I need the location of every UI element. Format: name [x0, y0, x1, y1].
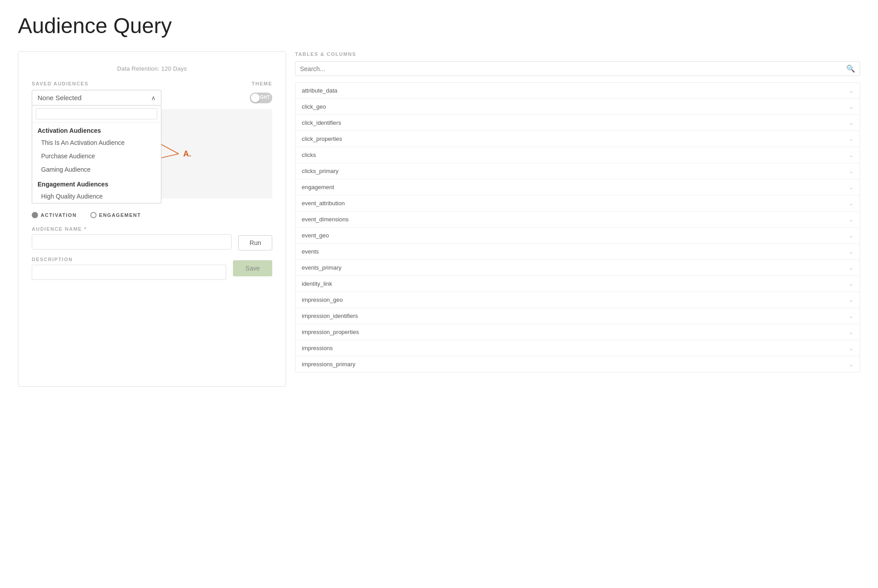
search-box: 🔍 — [295, 61, 860, 76]
expand-chevron-icon: ⌄ — [849, 184, 853, 190]
radio-activation-dot — [32, 212, 38, 218]
dropdown-item-1[interactable]: This Is An Activation Audience — [32, 136, 161, 149]
table-name: event_dimensions — [302, 216, 349, 223]
expand-chevron-icon: ⌄ — [849, 233, 853, 239]
search-icon: 🔍 — [846, 64, 855, 73]
table-list-item[interactable]: click_identifiers⌄ — [295, 115, 860, 131]
table-name: clicks_primary — [302, 168, 338, 174]
table-list-item[interactable]: impressions_primary⌄ — [295, 356, 860, 372]
table-list-item[interactable]: clicks_primary⌄ — [295, 163, 860, 179]
group-label-engagement: Engagement Audiences — [32, 176, 161, 190]
radio-engagement-dot — [90, 212, 97, 218]
expand-chevron-icon: ⌄ — [849, 120, 853, 126]
audience-name-label: AUDIENCE NAME * — [32, 226, 232, 232]
table-list: attribute_data⌄click_geo⌄click_identifie… — [295, 82, 860, 372]
expand-chevron-icon: ⌄ — [849, 216, 853, 223]
table-name: events_primary — [302, 264, 342, 271]
expand-chevron-icon: ⌄ — [849, 249, 853, 255]
radio-engagement[interactable]: ENGAGEMENT — [90, 212, 141, 218]
table-list-item[interactable]: identity_link⌄ — [295, 276, 860, 292]
table-name: impression_geo — [302, 296, 343, 303]
toggle-label-text: LIGHT — [256, 95, 270, 100]
table-list-item[interactable]: attribute_data⌄ — [295, 83, 860, 99]
expand-chevron-icon: ⌄ — [849, 297, 853, 303]
audience-name-input[interactable] — [32, 234, 232, 250]
table-list-item[interactable]: impression_identifiers⌄ — [295, 308, 860, 324]
data-retention-label: Data Retention: 120 Days — [32, 65, 272, 72]
expand-chevron-icon: ⌄ — [849, 168, 853, 174]
table-name: attribute_data — [302, 87, 338, 94]
tables-search-input[interactable] — [300, 65, 846, 72]
page-title: Audience Query — [18, 13, 860, 38]
description-col: DESCRIPTION — [32, 257, 226, 287]
save-button[interactable]: Save — [233, 260, 272, 276]
svg-text:A.: A. — [183, 149, 191, 158]
expand-chevron-icon: ⌄ — [849, 361, 853, 368]
expand-chevron-icon: ⌄ — [849, 345, 853, 351]
table-name: event_geo — [302, 232, 329, 239]
table-name: impressions — [302, 345, 333, 351]
table-list-item[interactable]: impression_properties⌄ — [295, 324, 860, 340]
description-label: DESCRIPTION — [32, 257, 226, 262]
expand-chevron-icon: ⌄ — [849, 200, 853, 207]
expand-chevron-icon: ⌄ — [849, 313, 853, 319]
expand-chevron-icon: ⌄ — [849, 136, 853, 142]
run-button[interactable]: Run — [238, 235, 272, 250]
dropdown-item-3[interactable]: Gaming Audience — [32, 163, 161, 176]
table-name: clicks — [302, 152, 316, 158]
table-list-item[interactable]: event_attribution⌄ — [295, 195, 860, 212]
expand-chevron-icon: ⌄ — [849, 104, 853, 110]
radio-engagement-label: ENGAGEMENT — [99, 212, 141, 218]
table-name: impressions_primary — [302, 361, 355, 368]
dropdown-menu: Activation Audiences This Is An Activati… — [32, 106, 161, 203]
audience-name-section: AUDIENCE NAME * — [32, 226, 232, 250]
type-row: ACTIVATION ENGAGEMENT — [32, 212, 272, 218]
table-name: click_identifiers — [302, 119, 341, 126]
dropdown-item-4[interactable]: High Quality Audience — [32, 190, 161, 203]
tables-columns-label: TABLES & COLUMNS — [295, 51, 860, 57]
dropdown-item-2[interactable]: Purchase Audience — [32, 149, 161, 163]
table-list-item[interactable]: event_dimensions⌄ — [295, 212, 860, 228]
table-list-item[interactable]: event_geo⌄ — [295, 228, 860, 244]
table-name: engagement — [302, 184, 334, 190]
audience-name-row: AUDIENCE NAME * Run — [32, 226, 272, 257]
expand-chevron-icon: ⌄ — [849, 265, 853, 271]
dropdown-search-input[interactable] — [36, 108, 157, 119]
table-list-item[interactable]: impressions⌄ — [295, 340, 860, 356]
expand-chevron-icon: ⌄ — [849, 281, 853, 287]
expand-chevron-icon: ⌄ — [849, 329, 853, 335]
expand-chevron-icon: ⌄ — [849, 152, 853, 158]
table-list-item[interactable]: events⌄ — [295, 244, 860, 260]
dropdown-value-text: None Selected — [38, 94, 81, 102]
right-panel: TABLES & COLUMNS 🔍 attribute_data⌄click_… — [295, 51, 860, 372]
table-name: click_properties — [302, 135, 342, 142]
table-list-item[interactable]: engagement⌄ — [295, 179, 860, 195]
description-input[interactable] — [32, 265, 226, 280]
expand-chevron-icon: ⌄ — [849, 88, 853, 94]
table-list-item[interactable]: click_geo⌄ — [295, 99, 860, 115]
table-name: click_geo — [302, 103, 326, 110]
table-name: impression_identifiers — [302, 313, 358, 319]
saved-audiences-label: SAVED AUDIENCES — [32, 81, 161, 86]
saved-audiences-dropdown[interactable]: None Selected ∧ Activation Audiences Thi… — [32, 90, 161, 106]
description-section: DESCRIPTION — [32, 257, 226, 280]
radio-activation[interactable]: ACTIVATION — [32, 212, 77, 218]
table-name: events — [302, 248, 319, 255]
table-name: impression_properties — [302, 329, 359, 335]
theme-toggle-area: THEME LIGHT — [250, 81, 272, 103]
audience-name-col: AUDIENCE NAME * — [32, 226, 232, 257]
table-name: identity_link — [302, 280, 332, 287]
table-name: event_attribution — [302, 200, 345, 207]
description-row: DESCRIPTION Save — [32, 257, 272, 287]
table-list-item[interactable]: clicks⌄ — [295, 147, 860, 163]
table-list-item[interactable]: impression_geo⌄ — [295, 292, 860, 308]
table-list-item[interactable]: events_primary⌄ — [295, 260, 860, 276]
dropdown-chevron-icon: ∧ — [151, 94, 156, 102]
radio-activation-label: ACTIVATION — [41, 212, 77, 218]
theme-label: THEME — [252, 81, 272, 86]
theme-toggle[interactable]: LIGHT — [250, 93, 272, 103]
dropdown-search-wrapper — [32, 106, 161, 123]
left-panel: Data Retention: 120 Days SAVED AUDIENCES… — [18, 51, 286, 387]
table-list-item[interactable]: click_properties⌄ — [295, 131, 860, 147]
dropdown-selected-value[interactable]: None Selected ∧ — [32, 90, 161, 106]
